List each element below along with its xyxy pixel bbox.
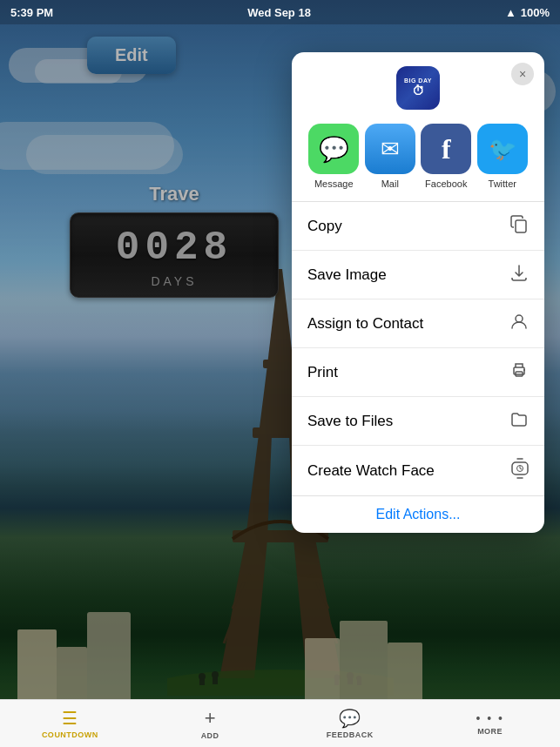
save-image-icon xyxy=(509,263,529,286)
battery-indicator: 100% xyxy=(521,6,550,19)
copy-icon xyxy=(509,214,529,238)
share-app-twitter[interactable]: 🐦 Twitter xyxy=(477,124,528,189)
more-tab-label: MORE xyxy=(477,727,503,736)
share-header: BIG DAY ⏱ × xyxy=(292,52,544,117)
tab-countdown[interactable]: ☰ COUNTDOWN xyxy=(0,708,140,739)
facebook-label: Facebook xyxy=(425,178,467,189)
countdown-tab-label: COUNTDOWN xyxy=(42,730,98,739)
share-app-facebook[interactable]: f Facebook xyxy=(421,124,471,189)
tab-add[interactable]: + ADD xyxy=(140,707,280,740)
action-create-watch-face-label: Create Watch Face xyxy=(307,462,435,480)
tab-bar: ☰ COUNTDOWN + ADD 💬 FEEDBACK • • • MORE xyxy=(0,699,560,747)
svg-point-26 xyxy=(516,315,523,322)
action-save-files-label: Save to Files xyxy=(307,413,393,430)
edit-actions-label: Edit Actions... xyxy=(376,507,461,522)
action-print-label: Print xyxy=(307,364,338,381)
mail-icon: ✉ xyxy=(365,124,415,174)
tab-more[interactable]: • • • MORE xyxy=(420,711,560,736)
watch-face-icon xyxy=(511,458,529,483)
countdown-tab-icon: ☰ xyxy=(62,708,78,729)
action-assign-contact[interactable]: Assign to Contact xyxy=(292,299,544,348)
edit-actions-link[interactable]: Edit Actions... xyxy=(292,495,544,533)
share-app-message[interactable]: 💬 Message xyxy=(308,124,359,189)
share-app-icon: BIG DAY ⏱ xyxy=(396,66,440,110)
more-tab-icon: • • • xyxy=(476,711,503,725)
action-print[interactable]: Print xyxy=(292,348,544,397)
status-time: 5:39 PM xyxy=(10,6,53,19)
message-icon: 💬 xyxy=(308,124,359,174)
add-tab-icon: + xyxy=(205,707,216,730)
feedback-tab-label: FEEDBACK xyxy=(327,730,374,739)
action-create-watch-face[interactable]: Create Watch Face xyxy=(292,446,544,495)
print-icon xyxy=(509,360,529,384)
share-app-mail[interactable]: ✉ Mail xyxy=(365,124,415,189)
feedback-tab-icon: 💬 xyxy=(339,708,361,729)
share-apps-row: 💬 Message ✉ Mail f Facebook 🐦 Twitter xyxy=(292,117,544,202)
add-tab-label: ADD xyxy=(201,731,219,740)
share-close-button[interactable]: × xyxy=(511,63,534,85)
status-date: Wed Sep 18 xyxy=(247,6,311,19)
wifi-icon: ▲ xyxy=(505,6,516,19)
action-copy[interactable]: Copy xyxy=(292,202,544,251)
svg-point-29 xyxy=(523,369,525,371)
svg-rect-25 xyxy=(516,220,526,232)
message-label: Message xyxy=(314,178,354,189)
status-indicators: ▲ 100% xyxy=(505,6,550,19)
action-save-image-label: Save Image xyxy=(307,266,387,284)
twitter-icon: 🐦 xyxy=(477,124,528,174)
facebook-icon: f xyxy=(421,124,471,174)
twitter-label: Twitter xyxy=(489,178,516,189)
action-save-files[interactable]: Save to Files xyxy=(292,397,544,446)
save-files-icon xyxy=(509,409,529,433)
action-copy-label: Copy xyxy=(307,218,342,235)
tab-feedback[interactable]: 💬 FEEDBACK xyxy=(280,708,421,739)
action-save-image[interactable]: Save Image xyxy=(292,251,544,299)
assign-contact-icon xyxy=(509,312,529,335)
action-assign-contact-label: Assign to Contact xyxy=(307,315,423,333)
mail-label: Mail xyxy=(381,178,399,189)
status-bar: 5:39 PM Wed Sep 18 ▲ 100% xyxy=(0,0,560,24)
share-sheet: BIG DAY ⏱ × 💬 Message ✉ Mail f Facebook … xyxy=(292,52,544,533)
